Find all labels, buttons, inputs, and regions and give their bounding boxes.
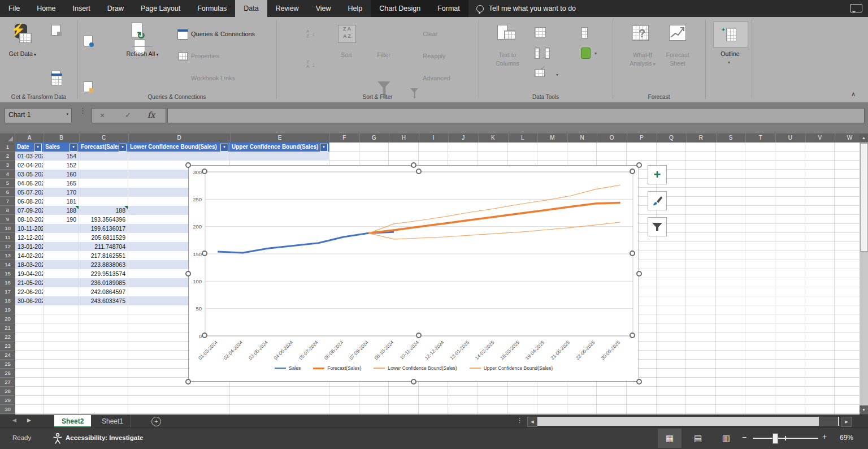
- column-header-J[interactable]: J: [448, 133, 479, 143]
- sheet-nav-left-icon[interactable]: ◀: [12, 417, 16, 423]
- horizontal-scroll-thumb[interactable]: [819, 417, 838, 426]
- table-cell[interactable]: 22-06-2025: [15, 287, 44, 296]
- table-cell[interactable]: [44, 260, 79, 269]
- series-sales[interactable]: [218, 232, 394, 253]
- row-header-29[interactable]: 29: [0, 396, 15, 405]
- sheet-nav-right-icon[interactable]: ▶: [27, 417, 31, 423]
- row-header-14[interactable]: 14: [0, 260, 15, 269]
- legend-item[interactable]: Lower Confidence Bound(Sales): [374, 365, 457, 371]
- ribbon-tab-chart-design[interactable]: Chart Design: [371, 0, 429, 17]
- table-cell[interactable]: 170: [44, 188, 79, 197]
- table-cell[interactable]: 13-01-2025: [15, 242, 44, 251]
- table-header-2[interactable]: Sales▼: [44, 143, 79, 152]
- table-cell[interactable]: 02-04-2024: [15, 161, 44, 170]
- filter-dropdown-icon[interactable]: ▼: [220, 144, 228, 152]
- table-cell[interactable]: [79, 152, 128, 161]
- normal-view-button[interactable]: ▦: [658, 429, 682, 448]
- column-header-B[interactable]: B: [44, 133, 80, 143]
- scroll-up-icon[interactable]: ▲: [860, 133, 868, 143]
- chevron-down-icon[interactable]: ▾: [594, 51, 597, 56]
- table-cell[interactable]: 21-05-2025: [15, 278, 44, 287]
- column-header-U[interactable]: U: [775, 133, 806, 143]
- filter-dropdown-icon[interactable]: ▼: [320, 144, 328, 152]
- row-header-3[interactable]: 3: [0, 161, 15, 170]
- table-cell[interactable]: [79, 197, 128, 206]
- column-header-H[interactable]: H: [389, 133, 419, 143]
- row-header-10[interactable]: 10: [0, 224, 15, 233]
- name-box[interactable]: Chart 1 ▾: [5, 108, 72, 123]
- row-header-18[interactable]: 18: [0, 296, 15, 305]
- ribbon-tab-help[interactable]: Help: [340, 0, 371, 17]
- chart-resize-handle[interactable]: [636, 379, 642, 385]
- column-header-C[interactable]: C: [79, 133, 129, 143]
- table-cell[interactable]: [79, 188, 128, 197]
- namebox-splitter[interactable]: ⋮: [79, 109, 86, 113]
- column-headers[interactable]: ABCDEFGHIJKLMNOPQRSTUVW: [0, 133, 860, 143]
- table-cell[interactable]: 217.8162551: [79, 251, 128, 260]
- table-cell[interactable]: 152: [44, 161, 79, 170]
- table-cell[interactable]: [44, 242, 79, 251]
- row-header-16[interactable]: 16: [0, 278, 15, 287]
- hscroll-right-icon[interactable]: ▶: [841, 417, 852, 427]
- column-header-O[interactable]: O: [597, 133, 627, 143]
- table-cell[interactable]: 229.9513574: [79, 269, 128, 278]
- ribbon-tab-page-layout[interactable]: Page Layout: [132, 0, 189, 17]
- table-cell[interactable]: [44, 269, 79, 278]
- legend-item[interactable]: Upper Confidence Bound(Sales): [470, 365, 553, 371]
- column-header-L[interactable]: L: [508, 133, 539, 143]
- advanced-button[interactable]: Advanced: [423, 75, 450, 81]
- row-header-7[interactable]: 7: [0, 197, 15, 206]
- row-header-19[interactable]: 19: [0, 305, 15, 314]
- table-cell[interactable]: [44, 224, 79, 233]
- zoom-level[interactable]: 69%: [840, 434, 853, 442]
- ribbon-tab-home[interactable]: Home: [28, 0, 64, 17]
- remove-duplicates-icon[interactable]: →: [535, 48, 550, 61]
- table-cell[interactable]: 05-07-2024: [15, 188, 44, 197]
- table-header-4[interactable]: Lower Confidence Bound(Sales)▼: [128, 143, 230, 152]
- insert-function-icon[interactable]: fx: [147, 110, 155, 119]
- table-cell[interactable]: 10-11-2024: [15, 224, 44, 233]
- row-header-15[interactable]: 15: [0, 269, 15, 278]
- table-cell[interactable]: [44, 278, 79, 287]
- plot-area-handle[interactable]: [202, 333, 207, 338]
- filter-dropdown-icon[interactable]: ▼: [119, 144, 127, 152]
- data-model-icon[interactable]: [581, 48, 591, 59]
- filter-dropdown-icon[interactable]: ▼: [70, 144, 77, 152]
- table-header-3[interactable]: Forecast(Sales)▼: [79, 143, 128, 152]
- what-if-analysis-button[interactable]: What-If Analysis: [625, 51, 660, 68]
- chart-styles-button[interactable]: [648, 191, 667, 210]
- table-cell[interactable]: 14-02-2025: [15, 251, 44, 260]
- plot-area-handle[interactable]: [202, 169, 207, 174]
- ribbon-tab-draw[interactable]: Draw: [99, 0, 132, 17]
- plot-area-handle[interactable]: [416, 333, 422, 338]
- column-header-A[interactable]: A: [15, 133, 44, 143]
- column-header-V[interactable]: V: [805, 133, 836, 143]
- legend-item[interactable]: Sales: [275, 365, 301, 371]
- row-header-1[interactable]: 1: [0, 143, 15, 152]
- ribbon-tab-file[interactable]: File: [0, 0, 28, 17]
- table-cell[interactable]: 188: [44, 206, 79, 215]
- consolidate-icon[interactable]: [581, 27, 588, 38]
- table-cell[interactable]: 165: [44, 179, 79, 188]
- series-forecast-sales-[interactable]: [368, 203, 620, 234]
- ribbon-tab-data[interactable]: Data: [235, 0, 267, 17]
- zoom-slider-thumb[interactable]: [772, 433, 778, 444]
- chart-resize-handle[interactable]: [185, 379, 191, 385]
- row-header-28[interactable]: 28: [0, 387, 15, 396]
- table-cell[interactable]: 190: [44, 215, 79, 224]
- series-lower-confidence-bound-sales-[interactable]: [368, 222, 620, 239]
- refresh-all-button[interactable]: Refresh All: [125, 50, 159, 59]
- column-header-R[interactable]: R: [686, 133, 717, 143]
- plot-area-handle[interactable]: [630, 169, 635, 174]
- accessibility-status[interactable]: Accessibility: Investigate: [66, 434, 143, 441]
- plot-area-handle[interactable]: [202, 251, 207, 256]
- table-cell[interactable]: 18-03-2025: [15, 260, 44, 269]
- table-cell[interactable]: 07-09-2024: [15, 206, 44, 215]
- table-cell[interactable]: [44, 233, 79, 242]
- table-cell[interactable]: 243.6033475: [79, 296, 128, 305]
- select-all-corner[interactable]: [0, 133, 15, 143]
- cancel-icon[interactable]: ×: [100, 111, 105, 120]
- row-header-9[interactable]: 9: [0, 215, 15, 224]
- table-cell[interactable]: 154: [44, 152, 79, 161]
- tell-me-box[interactable]: Tell me what you want to do: [468, 0, 576, 17]
